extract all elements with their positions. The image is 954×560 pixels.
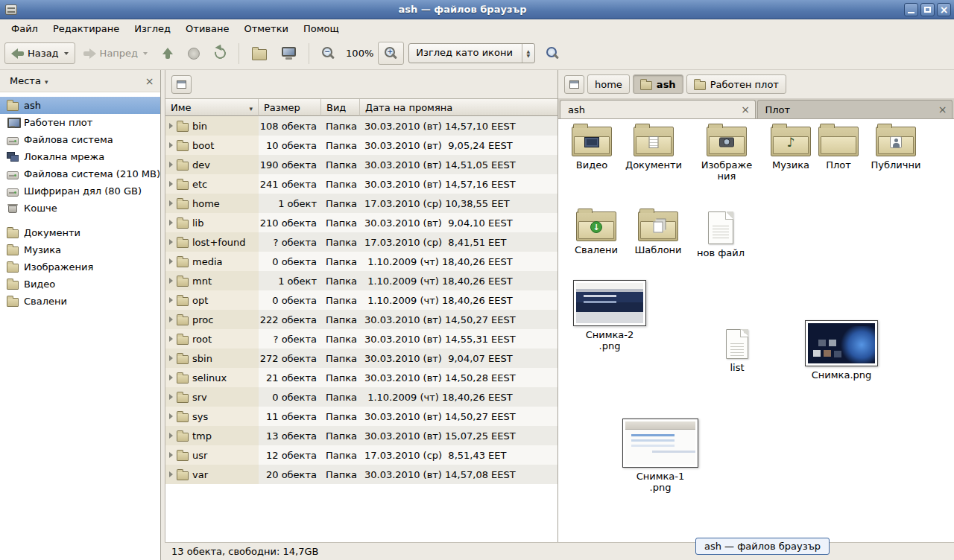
expander-icon[interactable]: [169, 239, 173, 245]
view-mode-combobox[interactable]: Изглед като икони: [408, 43, 535, 63]
zoom-out-button[interactable]: [315, 42, 341, 65]
file-icon-desktop-folder[interactable]: Плот: [810, 127, 867, 171]
tree-row-media[interactable]: media0 обектаПапка 1.10.2009 (чт) 18,40,…: [165, 252, 557, 271]
expander-icon[interactable]: [169, 200, 173, 206]
search-button[interactable]: [540, 42, 566, 65]
expander-icon[interactable]: [169, 452, 173, 458]
sidebar-item-pictures[interactable]: Изображения: [0, 258, 160, 276]
file-icon-video[interactable]: Видео: [560, 127, 623, 171]
cell-type: Папка: [321, 329, 360, 349]
cell-type: Папка: [321, 290, 360, 310]
tree-row-mnt[interactable]: mnt1 обектПапка 1.10.2009 (чт) 18,40,26 …: [165, 271, 557, 290]
home-button[interactable]: [245, 42, 274, 66]
tab-close-button[interactable]: [936, 104, 949, 116]
expander-icon[interactable]: [169, 278, 173, 284]
menu-item-5[interactable]: Помощ: [296, 21, 347, 36]
breadcrumb-ash[interactable]: ash: [633, 74, 683, 94]
tree-row-boot[interactable]: boot10 обектаПапка30.03.2010 (вт) 9,05,2…: [165, 136, 557, 155]
sidebar-item-trash[interactable]: Кошче: [0, 200, 160, 217]
column-header-name[interactable]: Име: [165, 99, 259, 116]
tree-row-dev[interactable]: dev190 обектаПапка30.03.2010 (вт) 14,51,…: [165, 155, 557, 174]
tree-row-opt[interactable]: opt0 обектаПапка 1.10.2009 (чт) 18,40,26…: [165, 290, 557, 310]
sidebar-item-filesystem[interactable]: Файлова система: [0, 131, 160, 148]
expander-icon[interactable]: [169, 375, 173, 381]
window-titlebar[interactable]: ash — файлов браузър: [0, 0, 954, 19]
file-icon-documents[interactable]: Документи: [622, 127, 685, 171]
menu-item-2[interactable]: Изглед: [127, 21, 178, 36]
file-icon-list[interactable]: list: [706, 329, 768, 374]
maximize-button[interactable]: [920, 3, 935, 16]
file-icon-snimka-2-png[interactable]: Снимка-2.png: [571, 280, 648, 352]
tree-row-lost+found[interactable]: lost+found? обектаПапка17.03.2010 (ср) 8…: [165, 232, 557, 252]
tab-plot[interactable]: Плот: [757, 100, 953, 118]
tree-row-bin[interactable]: bin108 обектаПапка30.03.2010 (вт) 14,57,…: [165, 116, 557, 136]
breadcrumb-home[interactable]: home: [587, 74, 630, 94]
sidebar-item-downloads[interactable]: Свалени: [0, 293, 160, 310]
tree-row-tmp[interactable]: tmp13 обектаПапка30.03.2010 (вт) 15,07,2…: [165, 426, 557, 445]
tree-row-etc[interactable]: etc241 обектаПапка30.03.2010 (вт) 14,57,…: [165, 174, 557, 194]
column-header-type[interactable]: Вид: [321, 99, 360, 116]
pane-location-button[interactable]: [564, 75, 584, 94]
tree-row-srv[interactable]: srv0 обектаПапка 1.10.2009 (чт) 18,40,26…: [165, 387, 557, 407]
expander-icon[interactable]: [169, 258, 173, 264]
file-icon-downloads[interactable]: Свалени: [565, 211, 628, 256]
tab-close-button[interactable]: [739, 104, 752, 116]
expander-icon[interactable]: [169, 162, 173, 168]
expander-icon[interactable]: [169, 413, 173, 419]
expander-icon[interactable]: [169, 142, 173, 148]
tree-row-usr[interactable]: usr12 обектаПапка17.03.2010 (ср) 8,51,43…: [165, 445, 557, 465]
tree-row-root[interactable]: root? обектаПапка30.03.2010 (вт) 14,55,3…: [165, 329, 557, 349]
zoom-in-button[interactable]: [378, 42, 404, 65]
expander-icon[interactable]: [169, 220, 173, 226]
sidebar-close-button[interactable]: [143, 74, 156, 87]
sidebar-item-desktop[interactable]: Работен плот: [0, 114, 160, 131]
reload-button[interactable]: [208, 42, 233, 64]
column-header-date[interactable]: Дата на промяна: [360, 99, 557, 116]
sidebar-item-encrypted-80gb[interactable]: Шифриран дял (80 GB): [0, 182, 160, 200]
pane-location-button[interactable]: [171, 75, 192, 94]
sidebar-item-video[interactable]: Видео: [0, 276, 160, 293]
tree-row-var[interactable]: var20 обектаПапка30.03.2010 (вт) 14,57,0…: [165, 465, 557, 484]
menu-item-3[interactable]: Отиване: [178, 21, 236, 36]
stop-button[interactable]: [181, 42, 206, 65]
tree-row-home[interactable]: home1 обектПапка17.03.2010 (ср) 10,38,55…: [165, 194, 557, 213]
file-icon-public[interactable]: Публични: [865, 127, 927, 171]
expander-icon[interactable]: [169, 471, 173, 477]
column-header-size[interactable]: Размер: [259, 99, 321, 116]
sidebar-item-filesystem-210mb[interactable]: Файлова система (210 MB): [0, 165, 160, 182]
expander-icon[interactable]: [169, 123, 173, 129]
computer-button[interactable]: [275, 42, 303, 65]
breadcrumb-desktop[interactable]: Работен плот: [686, 74, 786, 94]
file-icon-pictures[interactable]: Изображения: [695, 127, 758, 182]
expander-icon[interactable]: [169, 433, 173, 439]
close-button[interactable]: [937, 3, 951, 16]
expander-icon[interactable]: [169, 297, 173, 303]
expander-icon[interactable]: [169, 181, 173, 187]
tree-row-proc[interactable]: proc222 обектаПапка30.03.2010 (вт) 14,50…: [165, 310, 557, 329]
expander-icon[interactable]: [169, 316, 173, 322]
expander-icon[interactable]: [169, 355, 173, 361]
tree-row-selinux[interactable]: selinux21 обектаПапка30.03.2010 (вт) 14,…: [165, 368, 557, 387]
tree-row-lib[interactable]: lib210 обектаПапка30.03.2010 (вт) 9,04,1…: [165, 213, 557, 232]
file-icon-snimka-1-png[interactable]: Снимка-1.png: [622, 419, 699, 494]
file-icon-snimka-png[interactable]: Снимка.png: [803, 320, 880, 381]
menu-item-4[interactable]: Отметки: [236, 21, 295, 36]
tree-row-sys[interactable]: sys11 обектаПапка30.03.2010 (вт) 14,50,2…: [165, 407, 557, 426]
back-button[interactable]: Назад: [4, 42, 75, 64]
sidebar-item-music[interactable]: Музика: [0, 241, 160, 258]
minimize-button[interactable]: [904, 3, 918, 16]
sidebar-mode-selector[interactable]: Места: [4, 73, 53, 89]
expander-icon[interactable]: [169, 336, 173, 342]
sidebar-item-local-network[interactable]: Локална мрежа: [0, 148, 160, 165]
menu-item-1[interactable]: Редактиране: [45, 21, 127, 36]
menu-item-0[interactable]: Файл: [4, 21, 45, 36]
forward-button[interactable]: Напред: [77, 42, 154, 64]
tree-row-sbin[interactable]: sbin272 обектаПапка30.03.2010 (вт) 9,04,…: [165, 349, 557, 368]
sidebar-item-ash[interactable]: ash: [0, 97, 160, 114]
tab-ash[interactable]: ash: [560, 100, 756, 118]
file-icon-templates[interactable]: Шаблони: [627, 211, 689, 256]
file-icon-new-file[interactable]: нов файл: [689, 211, 752, 259]
up-button[interactable]: [156, 42, 180, 65]
expander-icon[interactable]: [169, 394, 173, 400]
sidebar-item-documents[interactable]: Документи: [0, 224, 160, 241]
